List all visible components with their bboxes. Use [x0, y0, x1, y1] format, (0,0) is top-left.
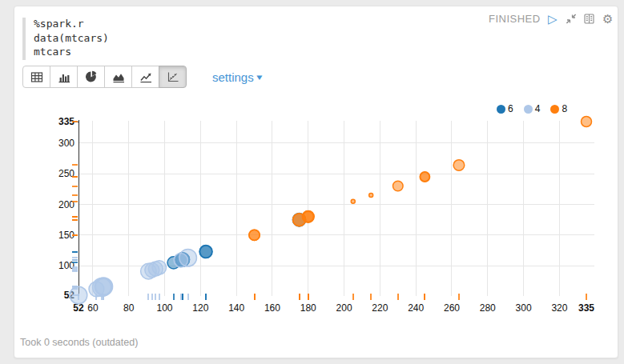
svg-text:250: 250: [58, 168, 74, 179]
svg-text:300: 300: [58, 138, 74, 149]
svg-text:60: 60: [87, 302, 99, 314]
legend-label: 8: [562, 103, 567, 114]
chart-button-pie[interactable]: [77, 66, 105, 88]
caret-down-icon: ▾: [256, 72, 262, 82]
chart-button-line[interactable]: [131, 66, 159, 88]
legend-dot: [524, 105, 533, 114]
svg-text:140: 140: [228, 302, 244, 314]
notebook-icon[interactable]: [583, 12, 596, 25]
status-text: FINISHED: [489, 13, 541, 25]
bar-chart-icon: [58, 71, 70, 83]
execution-status: Took 0 seconds (outdated): [20, 337, 138, 348]
settings-label: settings: [212, 70, 254, 84]
code-lines: %spark.r data(mtcars) mtcars: [34, 17, 109, 62]
svg-text:120: 120: [192, 302, 208, 314]
chart-button-area[interactable]: [104, 66, 132, 88]
svg-text:335: 335: [578, 302, 594, 314]
chart-button-bar[interactable]: [50, 66, 78, 88]
svg-text:200: 200: [336, 302, 352, 314]
chart-legend: 6 4 8: [497, 103, 567, 114]
code-line: %spark.r: [34, 17, 109, 31]
svg-text:300: 300: [516, 302, 532, 314]
code-line: mtcars: [34, 45, 109, 59]
notebook-icon-svg: [584, 14, 594, 24]
table-chart-icon: [30, 71, 43, 83]
scatter-chart-icon: [167, 71, 179, 83]
legend-label: 4: [535, 103, 541, 114]
svg-text:200: 200: [58, 199, 74, 210]
compress-icon-svg: [566, 14, 577, 24]
editor-gutter: [22, 18, 26, 60]
svg-text:320: 320: [551, 302, 567, 314]
line-chart-icon: [139, 71, 152, 83]
notebook-page: FINISHED ▷ ⚙ %spark.r da: [0, 0, 624, 364]
svg-text:240: 240: [408, 302, 424, 314]
pie-chart-icon: [85, 70, 98, 83]
chart-button-scatter[interactable]: [159, 66, 187, 88]
svg-text:80: 80: [123, 302, 135, 314]
play-icon[interactable]: ▷: [546, 12, 559, 25]
svg-text:180: 180: [300, 302, 316, 314]
gear-icon[interactable]: ⚙: [602, 12, 614, 25]
code-line: data(mtcars): [34, 31, 109, 46]
svg-text:220: 220: [372, 302, 388, 314]
chart-type-button-group: [22, 66, 187, 88]
svg-text:280: 280: [480, 302, 496, 314]
settings-toggle[interactable]: settings ▾: [212, 70, 261, 84]
legend-item-cyl6[interactable]: 6: [497, 103, 513, 114]
play-glyph: ▷: [548, 13, 558, 25]
svg-text:160: 160: [264, 302, 280, 314]
svg-text:260: 260: [444, 302, 460, 314]
gear-glyph: ⚙: [602, 13, 613, 25]
svg-text:100: 100: [157, 302, 173, 314]
legend-item-cyl8[interactable]: 8: [550, 103, 567, 114]
compress-icon[interactable]: [565, 12, 578, 25]
legend-dot: [497, 105, 505, 114]
area-chart-icon: [112, 71, 125, 83]
scatter-plot[interactable]: 5260801001201401601802002202402602803003…: [0, 92, 624, 332]
paragraph-status-bar: FINISHED ▷ ⚙: [489, 11, 614, 26]
legend-dot: [550, 105, 559, 114]
legend-label: 6: [508, 103, 513, 114]
chart-toolbar: settings ▾: [22, 66, 261, 88]
legend-item-cyl4[interactable]: 4: [524, 103, 541, 114]
chart-button-table[interactable]: [22, 66, 50, 88]
